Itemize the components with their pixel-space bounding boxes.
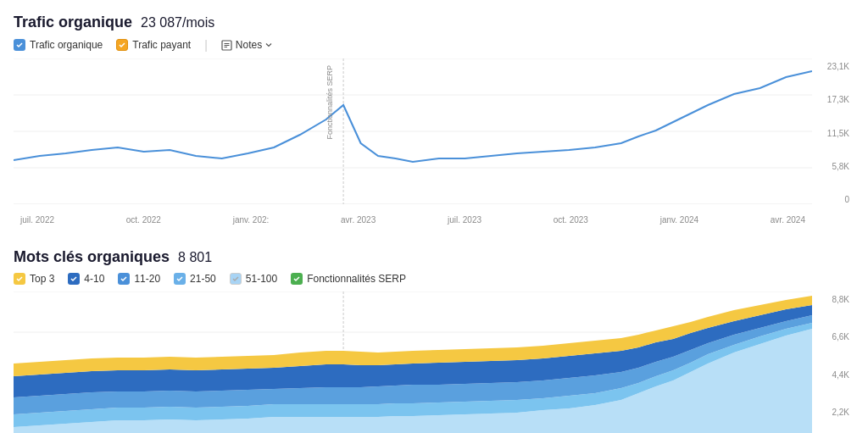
51-100-label: 51-100	[246, 273, 277, 285]
top3-label: Top 3	[30, 273, 54, 285]
legend-11-20[interactable]: 11-20	[118, 273, 160, 285]
bottom-legend: Top 3 4-10 11-20 21-50 51-100	[14, 273, 854, 285]
legend-top3[interactable]: Top 3	[14, 273, 54, 285]
4-10-checkbox[interactable]	[68, 273, 80, 285]
bottom-chart-inner: G G G G G G G G G G 8,8K 6,6K 4,4K 2,2K …	[14, 291, 854, 433]
legend-item-paid[interactable]: Trafic payant	[116, 39, 191, 51]
x-label-3: avr. 2023	[341, 215, 376, 225]
top-x-axis: juil. 2022 oct. 2022 janv. 202: avr. 202…	[14, 208, 812, 228]
4-10-label: 4-10	[84, 273, 104, 285]
serp-label: Fonctionnalités SERP	[307, 273, 406, 285]
paid-checkbox[interactable]	[116, 39, 128, 51]
bottom-chart-svg: G G G G G G G G G G	[14, 291, 812, 433]
notes-button[interactable]: Notes	[221, 39, 272, 51]
11-20-checkbox[interactable]	[118, 273, 130, 285]
organic-checkbox[interactable]	[14, 39, 25, 51]
y-label-b1: 6,6K	[832, 332, 849, 341]
y-label-4: 0	[844, 195, 849, 204]
legend-51-100[interactable]: 51-100	[230, 273, 277, 285]
y-label-3: 5,8K	[832, 162, 849, 171]
x-label-0: juil. 2022	[20, 215, 54, 225]
top-chart-title: Trafic organique	[14, 14, 132, 31]
y-label-0: 23,1K	[827, 62, 849, 71]
y-label-2: 11,5K	[827, 129, 849, 138]
x-label-1: oct. 2022	[126, 215, 161, 225]
top3-checkbox[interactable]	[14, 273, 25, 285]
y-label-1: 17,3K	[827, 95, 849, 104]
y-label-b0: 8,8K	[832, 295, 849, 304]
legend-sep: |	[204, 38, 208, 52]
organic-keywords-section: Mots clés organiques 8 801 Top 3 4-10 11…	[14, 248, 854, 433]
top-y-axis: 23,1K 17,3K 11,5K 5,8K 0	[812, 58, 854, 204]
11-20-label: 11-20	[134, 273, 160, 285]
top-chart-inner: Fonctionnalités SERP 23,1K 17,3K 11,5K 5…	[14, 58, 854, 228]
legend-4-10[interactable]: 4-10	[68, 273, 104, 285]
organic-traffic-section: Trafic organique 23 087/mois Trafic orga…	[14, 14, 854, 228]
notes-icon	[221, 40, 232, 51]
top-header: Trafic organique 23 087/mois	[14, 14, 854, 31]
top-legend: Trafic organique Trafic payant | Notes	[14, 38, 854, 52]
legend-21-50[interactable]: 21-50	[174, 273, 216, 285]
bottom-y-axis: 8,8K 6,6K 4,4K 2,2K 0	[812, 291, 854, 433]
y-label-b2: 4,4K	[832, 370, 849, 380]
organic-label: Trafic organique	[30, 39, 103, 51]
paid-label: Trafic payant	[132, 39, 191, 51]
bottom-header: Mots clés organiques 8 801	[14, 248, 854, 266]
x-label-4: juil. 2023	[448, 215, 481, 225]
top-chart-value: 23 087/mois	[141, 15, 214, 31]
51-100-checkbox[interactable]	[230, 273, 242, 285]
bottom-chart-value: 8 801	[178, 250, 212, 265]
notes-chevron-icon	[265, 42, 272, 48]
21-50-label: 21-50	[190, 273, 216, 285]
serp-checkbox[interactable]	[291, 273, 303, 285]
x-label-6: janv. 2024	[660, 215, 698, 225]
bottom-chart-title: Mots clés organiques	[14, 248, 170, 266]
legend-serp[interactable]: Fonctionnalités SERP	[291, 273, 406, 285]
x-label-5: oct. 2023	[554, 215, 588, 225]
legend-item-organic[interactable]: Trafic organique	[14, 39, 103, 51]
y-label-b3: 2,2K	[832, 408, 849, 417]
notes-label: Notes	[236, 39, 262, 51]
top-chart-area: Fonctionnalités SERP 23,1K 17,3K 11,5K 5…	[14, 58, 854, 228]
bottom-chart-area: G G G G G G G G G G 8,8K 6,6K 4,4K 2,2K …	[14, 291, 854, 433]
top-chart-svg	[14, 58, 812, 204]
x-label-7: avr. 2024	[771, 215, 805, 225]
serp-label-top: Fonctionnalités SERP	[326, 65, 334, 140]
21-50-checkbox[interactable]	[174, 273, 186, 285]
x-label-2: janv. 202:	[233, 215, 270, 225]
